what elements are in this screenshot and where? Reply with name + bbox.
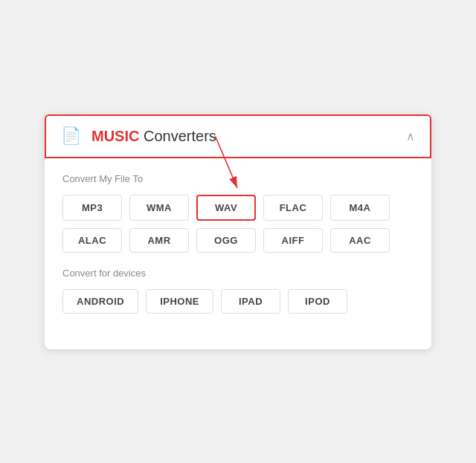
format-btn-alac[interactable]: ALAC (62, 228, 122, 253)
format-btn-aiff[interactable]: AIFF (263, 228, 323, 253)
converters-label: Converters (139, 128, 216, 144)
music-converters-card: 📄 MUSIC Converters ∧ Convert My File To … (45, 114, 431, 349)
format-btn-aac[interactable]: AAC (330, 228, 390, 253)
devices-section: Convert for devices ANDROIDIPHONEIPADIPO… (62, 268, 414, 314)
format-grid: MP3WMAWAVFLACM4AALACAMROGGAIFFAAC (62, 195, 414, 253)
music-label: MUSIC (91, 128, 139, 144)
format-btn-mp3[interactable]: MP3 (62, 195, 122, 221)
device-btn-iphone[interactable]: IPHONE (146, 289, 213, 314)
card-body: Convert My File To MP3WMAWAVFLACM4AALACA… (45, 158, 431, 349)
format-btn-wma[interactable]: WMA (129, 195, 189, 221)
format-btn-wav[interactable]: WAV (196, 195, 256, 221)
convert-devices-label: Convert for devices (62, 268, 414, 279)
file-icon: 📄 (61, 128, 81, 144)
device-btn-ipad[interactable]: IPAD (221, 289, 280, 314)
device-btn-ipod[interactable]: IPOD (288, 289, 347, 314)
convert-file-label: Convert My File To (62, 173, 414, 184)
header-left: 📄 MUSIC Converters (61, 128, 216, 145)
devices-grid: ANDROIDIPHONEIPADIPOD (62, 289, 414, 314)
format-btn-amr[interactable]: AMR (129, 228, 189, 253)
format-btn-flac[interactable]: FLAC (263, 195, 323, 221)
chevron-up-icon[interactable]: ∧ (406, 129, 415, 143)
device-btn-android[interactable]: ANDROID (62, 289, 138, 314)
format-btn-ogg[interactable]: OGG (196, 228, 256, 253)
card-header: 📄 MUSIC Converters ∧ (45, 114, 431, 158)
format-btn-m4a[interactable]: M4A (330, 195, 390, 221)
header-title: MUSIC Converters (91, 128, 216, 145)
